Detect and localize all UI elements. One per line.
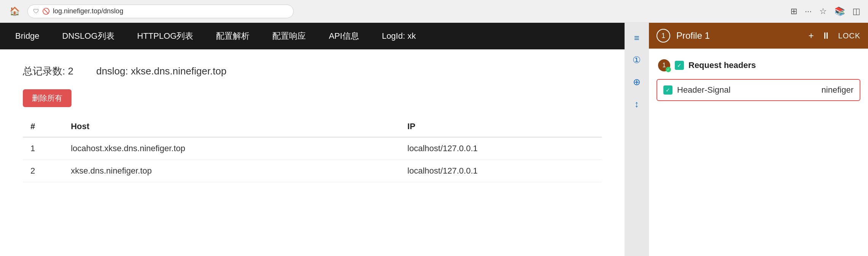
profile-circle: 1	[657, 29, 670, 43]
main-layout: Bridge DNSLOG列表 HTTPLOG列表 配置解析 配置响应 API信…	[0, 23, 868, 256]
table-row: 1 locahost.xkse.dns.ninefiger.top localh…	[23, 137, 602, 160]
section-checkbox[interactable]: ✓	[675, 61, 684, 70]
nav-item-logid: LogId: xk	[382, 31, 416, 41]
browser-right-icons: ⊞ ··· ☆ 📚 ◫	[790, 6, 860, 16]
badge-check-icon: ✓	[666, 67, 671, 72]
cell-host: locahost.xkse.dns.ninefiger.top	[63, 137, 400, 160]
sidebar-profile-icon[interactable]: ①	[628, 51, 646, 69]
row-checkbox[interactable]: ✓	[663, 85, 672, 95]
nav-item-bridge[interactable]: Bridge	[15, 31, 40, 41]
expand-icon[interactable]: ◫	[852, 6, 860, 16]
website-area: Bridge DNSLOG列表 HTTPLOG列表 配置解析 配置响应 API信…	[0, 23, 625, 256]
header-signal-row[interactable]: ✓ Header-Signal ninefiger	[657, 79, 860, 101]
dnslog-domain: dnslog: xkse.dns.ninefiger.top	[96, 65, 227, 77]
delete-all-button[interactable]: 删除所有	[23, 89, 72, 107]
stats-row: 总记录数: 2 dnslog: xkse.dns.ninefiger.top	[23, 65, 602, 78]
badge-number: 1	[663, 62, 666, 69]
header-signal-name: Header-Signal	[677, 85, 817, 95]
nav-bar: Bridge DNSLOG列表 HTTPLOG列表 配置解析 配置响应 API信…	[0, 23, 625, 49]
cell-ip: localhost/127.0.0.1	[400, 160, 602, 182]
nav-item-config-parse[interactable]: 配置解析	[216, 30, 250, 42]
col-header-host: Host	[63, 116, 400, 137]
cell-num: 2	[23, 160, 63, 182]
nav-item-api[interactable]: API信息	[329, 30, 359, 42]
sidebar-menu-icon[interactable]: ≡	[628, 29, 646, 47]
library-icon[interactable]: 📚	[835, 6, 845, 16]
panel-header-icons: + ⏸ LOCK	[809, 30, 860, 41]
star-icon[interactable]: ☆	[819, 6, 827, 16]
cell-host: xkse.dns.ninefiger.top	[63, 160, 400, 182]
table-header-row: # Host IP	[23, 116, 602, 137]
add-profile-icon[interactable]: +	[809, 30, 814, 41]
table-row: 2 xkse.dns.ninefiger.top localhost/127.0…	[23, 160, 602, 182]
extensions-icon[interactable]: ⊞	[790, 6, 797, 16]
browser-chrome: 🏠 🛡 🚫 log.ninefiger.top/dnslog ⊞ ··· ☆ 📚…	[0, 0, 868, 23]
lock-button[interactable]: LOCK	[838, 32, 860, 40]
content-area: 总记录数: 2 dnslog: xkse.dns.ninefiger.top 删…	[0, 49, 625, 256]
panel-body: 1 ✓ ✓ Request headers ✓ Header-Signal ni…	[649, 49, 868, 109]
section-title: Request headers	[688, 60, 756, 70]
profile-number: 1	[661, 32, 665, 40]
nav-item-config-response[interactable]: 配置响应	[272, 30, 306, 42]
more-icon[interactable]: ···	[805, 6, 812, 16]
profile-badge: 1 ✓	[658, 59, 670, 71]
cell-num: 1	[23, 137, 63, 160]
col-header-num: #	[23, 116, 63, 137]
extension-panel: ≡ ① ⊕ ↕ 1 Profile 1 + ⏸ LOCK	[625, 23, 868, 256]
nav-item-httplog[interactable]: HTTPLOG列表	[137, 30, 194, 42]
address-bar[interactable]: 🛡 🚫 log.ninefiger.top/dnslog	[27, 5, 294, 18]
url-text: log.ninefiger.top/dnslog	[53, 7, 288, 15]
cancel-icon: 🚫	[42, 8, 50, 15]
col-header-ip: IP	[400, 116, 602, 137]
sidebar-add-icon[interactable]: ⊕	[628, 73, 646, 91]
request-headers-section: 1 ✓ ✓ Request headers	[657, 56, 860, 74]
panel-title: Profile 1	[676, 30, 803, 41]
sidebar-sort-icon[interactable]: ↕	[628, 95, 646, 113]
panel-header: 1 Profile 1 + ⏸ LOCK	[649, 23, 868, 49]
nav-item-dnslog[interactable]: DNSLOG列表	[62, 30, 114, 42]
panel-sidebar: ≡ ① ⊕ ↕	[625, 23, 649, 256]
total-records: 总记录数: 2	[23, 65, 73, 78]
cell-ip: localhost/127.0.0.1	[400, 137, 602, 160]
header-signal-value: ninefiger	[822, 85, 854, 95]
data-table: # Host IP 1 locahost.xkse.dns.ninefiger.…	[23, 116, 602, 182]
home-button[interactable]: 🏠	[8, 5, 21, 18]
pause-icon[interactable]: ⏸	[822, 30, 831, 41]
shield-icon: 🛡	[33, 8, 39, 15]
panel-main: 1 Profile 1 + ⏸ LOCK 1 ✓ ✓ Re	[649, 23, 868, 256]
